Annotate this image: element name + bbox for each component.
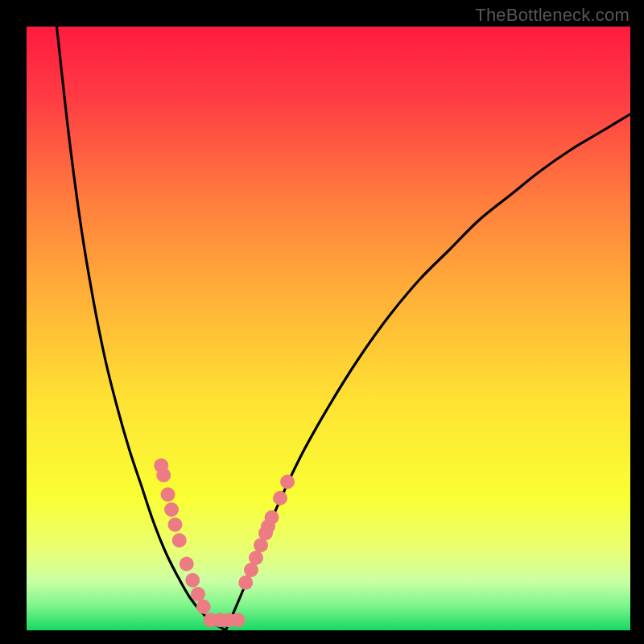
data-marker: [172, 533, 187, 547]
right-curve: [226, 114, 631, 630]
data-marker: [164, 502, 179, 517]
plot-area: [27, 27, 630, 630]
data-markers: [154, 458, 295, 627]
data-marker: [156, 468, 171, 482]
chart-curves: [27, 27, 630, 630]
data-marker: [280, 475, 295, 489]
outer-frame: TheBottleneck.com: [0, 0, 644, 644]
data-marker: [265, 510, 279, 525]
data-marker: [185, 573, 200, 588]
watermark-text: TheBottleneck.com: [475, 5, 630, 26]
left-curve: [57, 27, 226, 630]
data-marker: [238, 576, 253, 590]
data-marker: [249, 551, 263, 565]
data-marker: [161, 487, 175, 502]
data-marker: [168, 518, 183, 532]
data-marker: [273, 491, 287, 506]
data-marker: [231, 613, 246, 627]
data-marker: [196, 600, 211, 614]
data-marker: [191, 587, 205, 601]
data-marker: [180, 557, 194, 572]
